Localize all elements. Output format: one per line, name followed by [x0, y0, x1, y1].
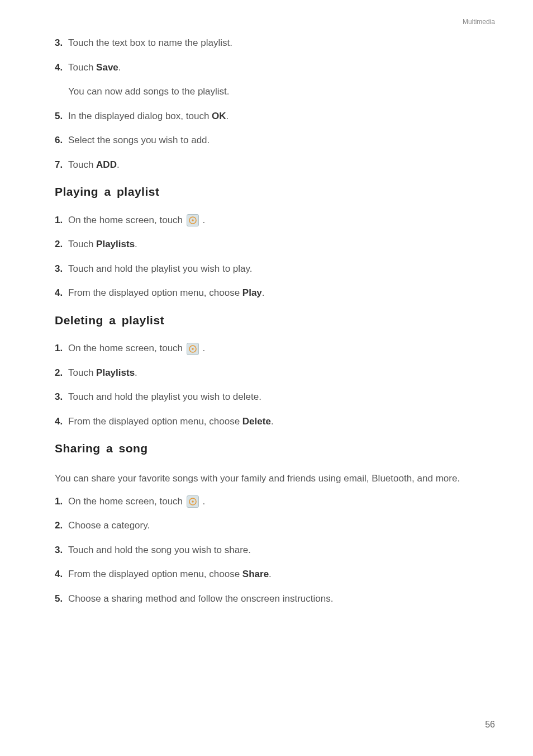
step-prefix: On the home screen, touch: [68, 496, 185, 507]
section-header: Multimedia: [463, 17, 495, 27]
step-item: 3. Touch and hold the song you wish to s…: [55, 543, 483, 557]
step-item: 2. Touch Playlists.: [55, 366, 483, 380]
step-text: Touch Save.: [68, 60, 121, 75]
step-number: 2.: [55, 518, 68, 533]
svg-point-5: [192, 501, 194, 503]
step-suffix: .: [271, 416, 274, 427]
intro-steps: 3. Touch the text box to name the playli…: [55, 36, 483, 172]
step-text: On the home screen, touch .: [68, 494, 205, 509]
step-item: 4. From the displayed option menu, choos…: [55, 286, 483, 300]
step-suffix: .: [135, 239, 137, 249]
step-suffix: .: [262, 287, 265, 298]
step-suffix: .: [203, 215, 206, 225]
step-item: 1. On the home screen, touch .: [55, 213, 483, 228]
step-number: 3.: [55, 543, 68, 557]
step-text: Touch and hold the playlist you wish to …: [68, 390, 261, 404]
step-item: 3. Touch and hold the playlist you wish …: [55, 262, 483, 276]
step-text: Touch Playlists.: [68, 366, 137, 380]
step-number: 2.: [55, 237, 68, 252]
step-suffix: .: [269, 569, 272, 579]
step-number: 3.: [55, 262, 68, 276]
step-text: In the displayed dialog box, touch OK.: [68, 109, 229, 124]
step-item: 2. Touch Playlists.: [55, 237, 483, 252]
step-bold: Share: [242, 569, 269, 579]
step-prefix: On the home screen, touch: [68, 215, 185, 225]
step-item: 6. Select the songs you wish to add.: [55, 133, 483, 148]
music-app-icon: [187, 214, 199, 226]
step-text: From the displayed option menu, choose S…: [68, 567, 272, 582]
heading-sharing: Sharing a song: [55, 440, 483, 457]
step-number: 5.: [55, 592, 68, 606]
step-text: On the home screen, touch .: [68, 341, 205, 356]
step-prefix: On the home screen, touch: [68, 343, 185, 353]
step-suffix: .: [117, 159, 120, 170]
step-suffix: .: [135, 367, 137, 378]
step-number: 5.: [55, 109, 68, 124]
step-number: 4.: [55, 414, 68, 429]
step-text: Touch Playlists.: [68, 237, 137, 252]
svg-point-1: [192, 219, 194, 221]
step-text: Touch the text box to name the playlist.: [68, 36, 232, 50]
step-number: 4.: [55, 60, 68, 75]
step-suffix: .: [203, 496, 206, 507]
step-number: 1.: [55, 341, 68, 356]
heading-deleting: Deleting a playlist: [55, 311, 483, 329]
step-suffix: .: [118, 62, 121, 73]
step-text: Select the songs you wish to add.: [68, 133, 210, 148]
step-item: 4. Touch Save.: [55, 60, 483, 75]
step-item: 4. From the displayed option menu, choos…: [55, 414, 483, 429]
step-number: 7.: [55, 158, 68, 172]
step-bold: ADD: [96, 159, 117, 170]
step-prefix: Touch: [68, 367, 96, 378]
step-text: Touch and hold the playlist you wish to …: [68, 262, 253, 276]
step-number: 3.: [55, 36, 68, 50]
step-item: 7. Touch ADD.: [55, 158, 483, 172]
step-text: Touch ADD.: [68, 158, 120, 172]
step-item: 1. On the home screen, touch .: [55, 341, 483, 356]
step-bold: Play: [242, 287, 262, 298]
step-number: 2.: [55, 366, 68, 380]
step-prefix: From the displayed option menu, choose: [68, 287, 242, 298]
deleting-steps: 1. On the home screen, touch . 2. Touch …: [55, 341, 483, 428]
music-app-icon: [187, 495, 199, 508]
step-item: 3. Touch and hold the playlist you wish …: [55, 390, 483, 404]
step-text: Touch and hold the song you wish to shar…: [68, 543, 251, 557]
step-number: 3.: [55, 390, 68, 404]
step-item: 5. Choose a sharing method and follow th…: [55, 592, 483, 606]
step-bold: Save: [96, 62, 118, 73]
step-prefix: In the displayed dialog box, touch: [68, 111, 212, 121]
step-text: On the home screen, touch .: [68, 213, 205, 228]
step-prefix: Touch: [68, 62, 96, 73]
step-item: 1. On the home screen, touch .: [55, 494, 483, 509]
step-bold: Playlists: [96, 239, 135, 249]
step-suffix: .: [203, 343, 206, 353]
page-number: 56: [485, 718, 495, 731]
step-text: Choose a category.: [68, 518, 150, 533]
step-text: From the displayed option menu, choose P…: [68, 286, 265, 300]
step-bold: OK: [212, 111, 226, 121]
step-item: 5. In the displayed dialog box, touch OK…: [55, 109, 483, 124]
step-item: 4. From the displayed option menu, choos…: [55, 567, 483, 582]
step-text: From the displayed option menu, choose D…: [68, 414, 274, 429]
heading-playing: Playing a playlist: [55, 183, 483, 201]
playing-steps: 1. On the home screen, touch . 2. Touch …: [55, 213, 483, 300]
step-subtext: You can now add songs to the playlist.: [68, 84, 483, 99]
sharing-intro: You can share your favorite songs with y…: [55, 470, 483, 488]
step-item: 3. Touch the text box to name the playli…: [55, 36, 483, 50]
step-prefix: From the displayed option menu, choose: [68, 569, 242, 579]
svg-point-3: [192, 348, 194, 350]
step-prefix: Touch: [68, 239, 96, 249]
step-number: 4.: [55, 567, 68, 582]
step-number: 4.: [55, 286, 68, 300]
music-app-icon: [187, 343, 199, 355]
step-item: 2. Choose a category.: [55, 518, 483, 533]
step-suffix: .: [226, 111, 229, 121]
step-number: 6.: [55, 133, 68, 148]
step-prefix: Touch: [68, 159, 96, 170]
step-bold: Playlists: [96, 367, 135, 378]
step-number: 1.: [55, 213, 68, 228]
step-number: 1.: [55, 494, 68, 509]
step-bold: Delete: [242, 416, 271, 427]
sharing-steps: 1. On the home screen, touch . 2. Choose…: [55, 494, 483, 606]
step-text: Choose a sharing method and follow the o…: [68, 592, 333, 606]
